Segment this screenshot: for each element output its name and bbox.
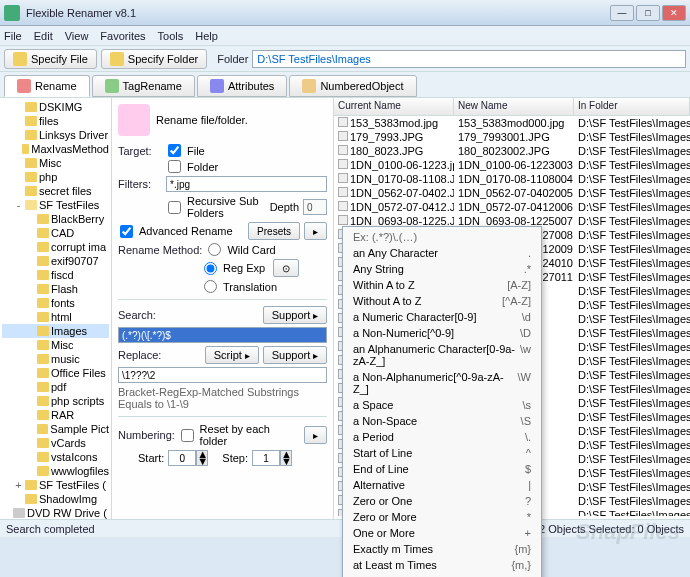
- menu-item[interactable]: Start of Line^: [343, 445, 541, 461]
- tree-node[interactable]: BlackBerry: [2, 212, 109, 226]
- replace-input[interactable]: [118, 367, 327, 383]
- tree-node[interactable]: corrupt ima: [2, 240, 109, 254]
- menu-item[interactable]: a Non-Numeric[^0-9]\D: [343, 325, 541, 341]
- tree-node[interactable]: CAD: [2, 226, 109, 240]
- col-in-folder[interactable]: In Folder: [574, 98, 690, 115]
- path-input[interactable]: [252, 50, 686, 68]
- tree-node[interactable]: Sample Pict: [2, 422, 109, 436]
- tree-node[interactable]: ShadowImg: [2, 492, 109, 506]
- menu-favorites[interactable]: Favorites: [100, 30, 145, 42]
- tree-node[interactable]: fiscd: [2, 268, 109, 282]
- folder-tree[interactable]: DSKIMGfilesLinksys DriverMaxIvasMethodMi…: [2, 100, 109, 519]
- col-current-name[interactable]: Current Name: [334, 98, 454, 115]
- menu-tools[interactable]: Tools: [158, 30, 184, 42]
- search-input[interactable]: [118, 327, 327, 343]
- table-row[interactable]: 1DN_0100-06-1223.jpg1DN_0100-06-1223003.…: [334, 158, 690, 172]
- tab-rename[interactable]: Rename: [4, 75, 90, 97]
- start-spinner[interactable]: ▲▼: [168, 450, 208, 466]
- menu-item[interactable]: Zero or More*: [343, 509, 541, 525]
- tree-node[interactable]: pdf: [2, 380, 109, 394]
- wildcard-radio[interactable]: [208, 243, 221, 256]
- tree-node[interactable]: Misc: [2, 156, 109, 170]
- reset-each-checkbox[interactable]: [181, 429, 194, 442]
- table-row[interactable]: 180_8023.JPG180_8023002.JPGD:\SF TestFil…: [334, 144, 690, 158]
- table-row[interactable]: 1DN_0170-08-1108.JPG1DN_0170-08-1108004.…: [334, 172, 690, 186]
- menu-item[interactable]: Exactly m Times{m}: [343, 541, 541, 557]
- tree-node[interactable]: Flash: [2, 282, 109, 296]
- tree-node[interactable]: html: [2, 310, 109, 324]
- tree-node[interactable]: fonts: [2, 296, 109, 310]
- menu-edit[interactable]: Edit: [34, 30, 53, 42]
- numbering-label: Numbering:: [118, 429, 175, 441]
- replace-support-button[interactable]: Support ▸: [263, 346, 327, 364]
- presets-button[interactable]: Presets: [248, 222, 300, 240]
- recursive-checkbox[interactable]: [168, 201, 181, 214]
- translation-radio[interactable]: [204, 280, 217, 293]
- regexp-help-button[interactable]: ⊙: [273, 259, 299, 277]
- menu-item[interactable]: an Alphanumeric Character[0-9a-zA-Z_]\w: [343, 341, 541, 369]
- close-button[interactable]: ✕: [662, 5, 686, 21]
- tree-node[interactable]: wwwlogfiles: [2, 464, 109, 478]
- tree-node[interactable]: -SF TestFiles: [2, 198, 109, 212]
- table-row[interactable]: 153_5383mod.jpg153_5383mod000.jpgD:\SF T…: [334, 116, 690, 130]
- specify-folder-button[interactable]: Specify Folder: [101, 49, 207, 69]
- menu-item[interactable]: Without A to Z[^A-Z]: [343, 293, 541, 309]
- target-folder-checkbox[interactable]: [168, 160, 181, 173]
- tree-node[interactable]: vstaIcons: [2, 450, 109, 464]
- search-support-button[interactable]: Support ▸: [263, 306, 327, 324]
- tree-node[interactable]: DSKIMG: [2, 100, 109, 114]
- rename-options-pane: Rename file/folder. Target: File Folder …: [112, 98, 334, 519]
- tree-node[interactable]: RAR: [2, 408, 109, 422]
- menu-item[interactable]: Any String.*: [343, 261, 541, 277]
- tree-node[interactable]: +SF TestFiles (: [2, 478, 109, 492]
- tab-numberedobject[interactable]: NumberedObject: [289, 75, 416, 97]
- tree-node[interactable]: php scripts: [2, 394, 109, 408]
- specify-file-button[interactable]: Specify File: [4, 49, 97, 69]
- menu-item[interactable]: at Least m But Not More Than n Times{m,n…: [343, 573, 541, 577]
- tree-node[interactable]: Linksys Driver: [2, 128, 109, 142]
- col-new-name[interactable]: New Name: [454, 98, 574, 115]
- tree-node[interactable]: DVD RW Drive (: [2, 506, 109, 519]
- tree-node[interactable]: Office Files: [2, 366, 109, 380]
- presets-dropdown-button[interactable]: ▸: [304, 222, 327, 240]
- tree-node[interactable]: exif90707: [2, 254, 109, 268]
- step-spinner[interactable]: ▲▼: [252, 450, 292, 466]
- tree-node[interactable]: Images: [2, 324, 109, 338]
- maximize-button[interactable]: □: [636, 5, 660, 21]
- menu-item[interactable]: a Period\.: [343, 429, 541, 445]
- menu-file[interactable]: File: [4, 30, 22, 42]
- menu-item[interactable]: a Numeric Character[0-9]\d: [343, 309, 541, 325]
- menu-item[interactable]: Within A to Z[A-Z]: [343, 277, 541, 293]
- menu-item[interactable]: End of Line$: [343, 461, 541, 477]
- menu-item[interactable]: a Non-Space\S: [343, 413, 541, 429]
- menu-item[interactable]: an Any Character.: [343, 245, 541, 261]
- tree-node[interactable]: MaxIvasMethod: [2, 142, 109, 156]
- menu-item[interactable]: a Non-Alphanumeric[^0-9a-zA-Z_]\W: [343, 369, 541, 397]
- table-row[interactable]: 1DN_0562-07-0402.JPG1DN_0562-07-0402005.…: [334, 186, 690, 200]
- tree-node[interactable]: files: [2, 114, 109, 128]
- table-row[interactable]: 179_7993.JPG179_7993001.JPGD:\SF TestFil…: [334, 130, 690, 144]
- menu-header: Ex: (.*?)\.(…): [343, 229, 541, 245]
- advanced-checkbox[interactable]: [120, 225, 133, 238]
- numbering-more-button[interactable]: ▸: [304, 426, 327, 444]
- tree-node[interactable]: secret files: [2, 184, 109, 198]
- tab-attributes[interactable]: Attributes: [197, 75, 287, 97]
- menu-item[interactable]: a Space\s: [343, 397, 541, 413]
- tree-node[interactable]: vCards: [2, 436, 109, 450]
- menu-item[interactable]: Zero or One?: [343, 493, 541, 509]
- target-file-checkbox[interactable]: [168, 144, 181, 157]
- regexp-radio[interactable]: [204, 262, 217, 275]
- menu-help[interactable]: Help: [195, 30, 218, 42]
- table-row[interactable]: 1DN_0572-07-0412.JPG1DN_0572-07-0412006.…: [334, 200, 690, 214]
- menu-item[interactable]: Alternative|: [343, 477, 541, 493]
- minimize-button[interactable]: —: [610, 5, 634, 21]
- tree-node[interactable]: Misc: [2, 338, 109, 352]
- menu-view[interactable]: View: [65, 30, 89, 42]
- menu-item[interactable]: at Least m Times{m,}: [343, 557, 541, 573]
- filters-input[interactable]: [166, 176, 327, 192]
- tree-node[interactable]: music: [2, 352, 109, 366]
- menu-item[interactable]: One or More+: [343, 525, 541, 541]
- tree-node[interactable]: php: [2, 170, 109, 184]
- script-button[interactable]: Script ▸: [205, 346, 259, 364]
- tab-tagrename[interactable]: TagRename: [92, 75, 195, 97]
